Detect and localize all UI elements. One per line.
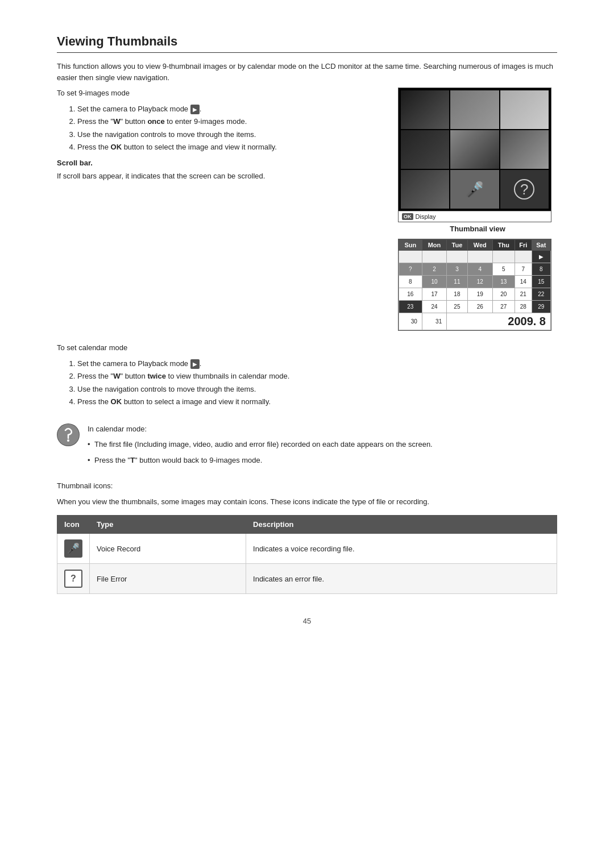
cal-cell: 15 bbox=[532, 276, 550, 288]
cal-header-sat: Sat bbox=[532, 240, 550, 251]
cal-cell: 8 bbox=[532, 263, 550, 276]
type-cell-1: Voice Record bbox=[90, 534, 246, 564]
cal-cell: 17 bbox=[422, 288, 446, 301]
cal-header-tue: Tue bbox=[447, 240, 467, 251]
cal-header-thu: Thu bbox=[492, 240, 515, 251]
info-bullet-2: Press the "T" button would back to 9-ima… bbox=[88, 455, 557, 466]
cal-row-4: 16 17 18 19 20 21 22 bbox=[399, 288, 551, 301]
cal-cell: 5 bbox=[492, 263, 515, 276]
cal-cell: 22 bbox=[532, 288, 550, 301]
cal-cell: ? bbox=[399, 263, 422, 276]
info-box: In calendar mode: The first file (Includ… bbox=[57, 423, 557, 471]
cal-cell: 26 bbox=[467, 301, 492, 313]
cal-header-mon: Mon bbox=[422, 240, 446, 251]
thumb-cell-5 bbox=[450, 130, 499, 169]
cal-cell: 10 bbox=[422, 276, 446, 288]
page-number: 45 bbox=[57, 617, 557, 625]
cal-cell: 11 bbox=[447, 276, 467, 288]
cal-cell: 4 bbox=[467, 263, 492, 276]
cal-cell bbox=[447, 251, 467, 263]
desc-cell-1: Indicates a voice recording file. bbox=[246, 534, 557, 564]
cal-header-wed: Wed bbox=[467, 240, 492, 251]
cal-cell: 28 bbox=[515, 301, 532, 313]
svg-point-1 bbox=[67, 439, 69, 442]
icon-cell-2: ? bbox=[57, 564, 90, 594]
cal-cell: 23 bbox=[399, 301, 422, 313]
cal-cell: 20 bbox=[492, 288, 515, 301]
nine-images-steps: Set the camera to Playback mode ▶. Press… bbox=[77, 103, 381, 153]
cal-cell: 13 bbox=[492, 276, 515, 288]
info-bullet-1: The first file (Including image, video, … bbox=[88, 439, 557, 450]
cal-cell: 14 bbox=[515, 276, 532, 288]
col-header-icon: Icon bbox=[57, 516, 90, 534]
thumb-cell-6 bbox=[500, 130, 549, 169]
question-icon: ? bbox=[64, 570, 82, 588]
calendar-steps: Set the camera to Playback mode ▶. Press… bbox=[77, 358, 381, 408]
icons-table: Icon Type Description 🎤 Voice Record Ind… bbox=[57, 515, 557, 594]
cal-cell: 24 bbox=[422, 301, 446, 313]
table-row: ? File Error Indicates an error file. bbox=[57, 564, 557, 594]
playback-icon-2: ▶ bbox=[190, 359, 200, 369]
ok-badge: OK bbox=[402, 213, 413, 220]
cal-cell: 27 bbox=[492, 301, 515, 313]
icons-table-header: Icon Type Description bbox=[57, 516, 557, 534]
cal-header-fri: Fri bbox=[515, 240, 532, 251]
thumb-cell-7 bbox=[401, 170, 449, 209]
cal-row-2: ? 2 3 4 5 7 8 bbox=[399, 263, 551, 276]
playback-icon: ▶ bbox=[190, 105, 200, 114]
thumbnail-icons-description: When you view the thumbnails, some image… bbox=[57, 496, 557, 508]
scroll-bar-label: Scroll bar. bbox=[57, 157, 381, 169]
cal-cell: 7 bbox=[515, 263, 532, 276]
cal-cell: 21 bbox=[515, 288, 532, 301]
cal-cell bbox=[399, 251, 422, 263]
cal-cell bbox=[515, 251, 532, 263]
cal-cell bbox=[467, 251, 492, 263]
cal-cell: 18 bbox=[447, 288, 467, 301]
scroll-bar-text: If scroll bars appear, it indicates that… bbox=[57, 171, 381, 182]
desc-cell-2: Indicates an error file. bbox=[246, 564, 557, 594]
col-header-type: Type bbox=[90, 516, 246, 534]
cal-cell: 2 bbox=[422, 263, 446, 276]
cal-header-sun: Sun bbox=[399, 240, 422, 251]
cal-cell: 19 bbox=[467, 288, 492, 301]
calendar-heading: To set calendar mode bbox=[57, 342, 381, 354]
cal-cell-31: 31 bbox=[422, 313, 446, 330]
info-title: In calendar mode: bbox=[88, 423, 557, 435]
thumb-cell-4 bbox=[401, 130, 449, 169]
info-content: In calendar mode: The first file (Includ… bbox=[88, 423, 557, 471]
nine-images-heading: To set 9-images mode bbox=[57, 88, 381, 99]
cal-row-3: 8 10 11 12 13 14 15 bbox=[399, 276, 551, 288]
cal-cell: 8 bbox=[399, 276, 422, 288]
thumbnail-view-label: Thumbnail view bbox=[398, 225, 557, 233]
cal-cell: 29 bbox=[532, 301, 550, 313]
col-header-description: Description bbox=[246, 516, 557, 534]
thumb-cell-8: 🎤 bbox=[450, 170, 499, 209]
cal-cell: ▶ bbox=[532, 251, 550, 263]
calendar-view-box: Sun Mon Tue Wed Thu Fri Sat bbox=[398, 239, 551, 331]
thumbnail-view-image: 🎤 ? OK Display bbox=[398, 88, 551, 222]
display-label: Display bbox=[416, 213, 436, 220]
cal-cell: 16 bbox=[399, 288, 422, 301]
cal-cell: 12 bbox=[467, 276, 492, 288]
page-title: Viewing Thumbnails bbox=[57, 34, 557, 53]
cal-year-month: 2009. 8 bbox=[447, 313, 551, 330]
thumb-cell-3 bbox=[500, 90, 549, 129]
thumb-cell-9: ? bbox=[500, 170, 549, 209]
calendar-table: Sun Mon Tue Wed Thu Fri Sat bbox=[399, 239, 551, 330]
thumb-cell-1 bbox=[401, 90, 449, 129]
intro-text: This function allows you to view 9-thumb… bbox=[57, 61, 557, 83]
cal-row-5: 23 24 25 26 27 28 29 bbox=[399, 301, 551, 313]
thumbnail-icons-heading: Thumbnail icons: bbox=[57, 480, 557, 492]
cal-row-1: ▶ bbox=[399, 251, 551, 263]
icon-cell-1: 🎤 bbox=[57, 534, 90, 564]
cal-cell-30: 30 bbox=[399, 313, 422, 330]
microphone-icon: 🎤 bbox=[64, 539, 82, 558]
type-cell-2: File Error bbox=[90, 564, 246, 594]
cal-year-row: 30 31 2009. 8 bbox=[399, 313, 551, 330]
cal-cell bbox=[422, 251, 446, 263]
cal-cell: 25 bbox=[447, 301, 467, 313]
info-icon bbox=[57, 423, 80, 446]
thumb-cell-2 bbox=[450, 90, 499, 129]
cal-cell bbox=[492, 251, 515, 263]
display-bar: OK Display bbox=[399, 211, 551, 222]
